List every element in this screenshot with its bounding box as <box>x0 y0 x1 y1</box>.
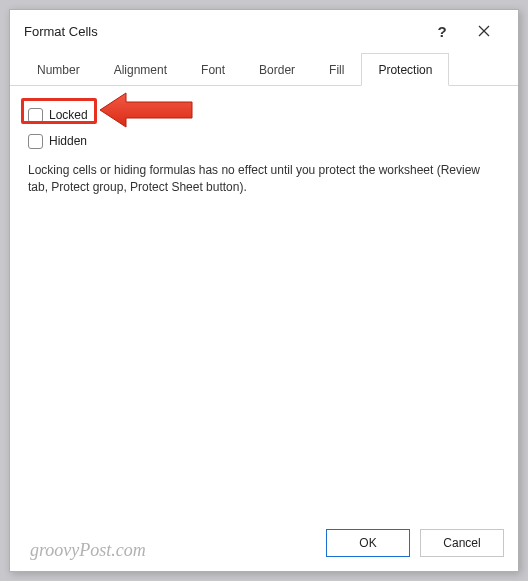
tab-fill[interactable]: Fill <box>312 53 361 86</box>
close-button[interactable] <box>464 16 504 46</box>
titlebar: Format Cells ? <box>10 10 518 52</box>
help-button[interactable]: ? <box>422 16 462 46</box>
info-text: Locking cells or hiding formulas has no … <box>28 162 500 197</box>
ok-button[interactable]: OK <box>326 529 410 557</box>
tab-protection[interactable]: Protection <box>361 53 449 86</box>
cancel-button[interactable]: Cancel <box>420 529 504 557</box>
tab-font[interactable]: Font <box>184 53 242 86</box>
hidden-row: Hidden <box>28 130 500 152</box>
dialog-footer: groovyPost.com OK Cancel <box>10 515 518 571</box>
hidden-checkbox[interactable] <box>28 134 43 149</box>
tab-number[interactable]: Number <box>20 53 97 86</box>
tab-bar: Number Alignment Font Border Fill Protec… <box>10 52 518 86</box>
locked-label[interactable]: Locked <box>49 108 88 123</box>
tab-alignment[interactable]: Alignment <box>97 53 184 86</box>
format-cells-dialog: Format Cells ? Number Alignment Font Bor… <box>9 9 519 572</box>
protection-panel: Locked Hidden Locking cells or hiding fo… <box>10 86 518 515</box>
locked-checkbox[interactable] <box>28 108 43 123</box>
watermark-text: groovyPost.com <box>30 540 146 561</box>
locked-row: Locked <box>28 104 500 126</box>
dialog-title: Format Cells <box>24 24 422 39</box>
tab-border[interactable]: Border <box>242 53 312 86</box>
close-icon <box>478 25 490 37</box>
hidden-label[interactable]: Hidden <box>49 134 87 148</box>
